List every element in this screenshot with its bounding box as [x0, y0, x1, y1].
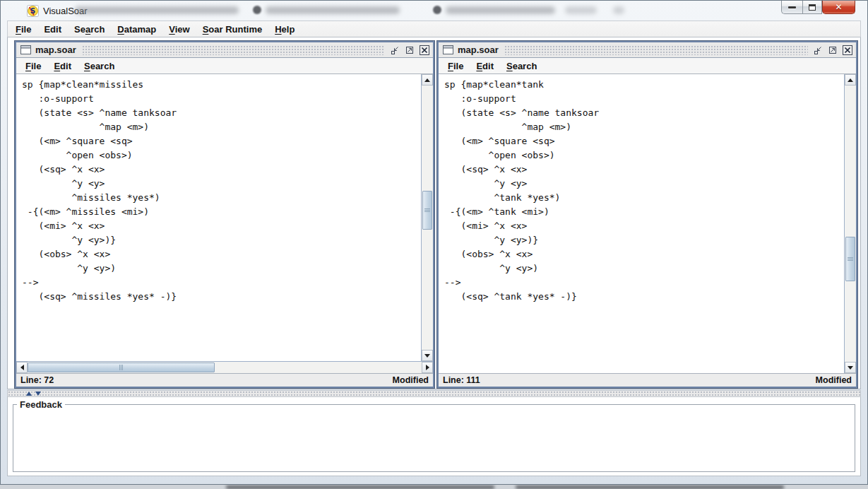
blurred-background-title — [75, 6, 239, 14]
svg-text:S: S — [30, 6, 36, 15]
blurred-taskbar-content — [226, 485, 494, 489]
window-controls: ✕ — [781, 1, 855, 14]
scrollbar-thumb[interactable] — [422, 191, 432, 230]
document-icon — [20, 45, 31, 54]
frame-minimize-button[interactable] — [389, 45, 400, 56]
arrow-down-icon — [848, 366, 853, 370]
frame-titlebar[interactable]: map.soar — [16, 42, 433, 58]
divider-collapse-down-icon[interactable] — [35, 391, 41, 396]
code-editor[interactable]: sp {map*clean*missiles :o-support (state… — [16, 74, 421, 361]
frame-minimize-button[interactable] — [812, 45, 824, 56]
blurred-tab-icon — [433, 6, 441, 14]
document-icon — [443, 45, 453, 54]
close-icon — [842, 45, 853, 56]
feedback-border — [13, 404, 855, 472]
scroll-down-button[interactable] — [422, 350, 433, 361]
frame-menu-search[interactable]: Search — [500, 61, 543, 71]
frame-controls — [812, 45, 853, 56]
arrow-right-icon — [426, 365, 429, 370]
blurred-tab-icon — [253, 6, 261, 14]
menu-soar-runtime[interactable]: Soar Runtime — [196, 24, 269, 35]
line-indicator: Line: 72 — [20, 375, 54, 385]
minimize-icon — [788, 6, 796, 8]
scrollbar-track[interactable] — [845, 86, 856, 362]
feedback-panel: Feedback — [7, 397, 861, 476]
taskbar-sliver — [0, 485, 868, 489]
maximize-button[interactable] — [802, 1, 822, 14]
blurred-background-title — [266, 6, 400, 14]
maximize-icon — [828, 45, 838, 55]
visualsoar-window: S VisualSoar ✕ — [0, 0, 868, 485]
arrow-up-icon — [848, 78, 853, 82]
scroll-up-button[interactable] — [422, 74, 433, 86]
close-icon: ✕ — [835, 3, 842, 11]
frame-controls — [389, 45, 430, 56]
frame-close-button[interactable] — [419, 45, 430, 56]
frame-title: map.soar — [458, 45, 504, 55]
divider-collapse-up-icon[interactable] — [26, 391, 32, 396]
frame-menu-edit[interactable]: Edit — [470, 61, 500, 71]
window-titlebar[interactable]: S VisualSoar ✕ — [7, 1, 861, 20]
modified-badge: Modified — [393, 375, 429, 385]
main-menubar: File Edit Search Datamap View Soar Runti… — [7, 20, 861, 37]
arrow-up-icon — [424, 78, 430, 82]
thumb-grip-icon — [424, 208, 430, 213]
modified-badge: Modified — [816, 375, 852, 385]
screen: S VisualSoar ✕ — [0, 0, 868, 489]
menu-help[interactable]: Help — [268, 24, 301, 35]
frame-close-button[interactable] — [842, 45, 853, 56]
split-divider[interactable] — [7, 390, 861, 397]
iconify-icon — [390, 45, 400, 55]
close-icon — [419, 45, 430, 56]
scrollbar-track[interactable] — [422, 86, 433, 350]
editor-frame-right: map.soar — [437, 41, 857, 388]
menu-file[interactable]: File — [9, 24, 37, 35]
frame-menu-edit[interactable]: Edit — [47, 61, 78, 71]
arrow-left-icon — [20, 365, 24, 370]
code-editor[interactable]: sp {map*clean*tank :o-support (state <s>… — [439, 74, 844, 373]
feedback-title: Feedback — [17, 399, 65, 410]
line-indicator: Line: 111 — [443, 375, 480, 385]
thumb-grip-icon — [119, 365, 124, 370]
close-button[interactable]: ✕ — [822, 1, 855, 14]
visualsoar-app-icon: S — [27, 5, 39, 17]
menu-datamap[interactable]: Datamap — [111, 24, 162, 35]
vertical-scrollbar[interactable] — [421, 74, 433, 361]
frame-maximize-button[interactable] — [404, 45, 415, 56]
vertical-scrollbar[interactable] — [844, 74, 856, 373]
menu-search[interactable]: Search — [68, 24, 111, 35]
frame-statusbar: Line: 111 Modified — [439, 373, 856, 387]
mdi-desktop: map.soar — [7, 37, 861, 389]
blurred-background-title — [565, 6, 597, 14]
frame-menu-file[interactable]: File — [19, 61, 47, 71]
blurred-background-title — [446, 6, 555, 14]
frame-menu-search[interactable]: Search — [78, 61, 121, 71]
minimize-button[interactable] — [781, 1, 802, 14]
frame-menubar: File Edit Search — [16, 58, 433, 74]
frame-statusbar: Line: 72 Modified — [16, 373, 433, 387]
menu-edit[interactable]: Edit — [37, 24, 68, 35]
restore-icon — [809, 4, 816, 11]
thumb-grip-icon — [848, 257, 853, 261]
scrollbar-thumb[interactable] — [845, 237, 855, 281]
scroll-up-button[interactable] — [845, 74, 856, 86]
scrollbar-thumb[interactable] — [28, 363, 215, 372]
scroll-left-button[interactable] — [16, 362, 28, 373]
blurred-background-title — [613, 6, 624, 14]
scroll-right-button[interactable] — [422, 362, 433, 373]
maximize-icon — [405, 45, 415, 55]
arrow-down-icon — [424, 354, 430, 358]
editor-frame-left: map.soar — [15, 41, 434, 388]
titlebar-stipple — [504, 45, 808, 55]
frame-title: map.soar — [35, 45, 82, 55]
scroll-down-button[interactable] — [845, 362, 856, 373]
menu-view[interactable]: View — [162, 24, 196, 35]
frame-menu-file[interactable]: File — [441, 61, 470, 71]
frame-maximize-button[interactable] — [827, 45, 838, 56]
scrollbar-track[interactable] — [28, 362, 422, 373]
titlebar-stipple — [82, 45, 385, 55]
frame-titlebar[interactable]: map.soar — [439, 42, 856, 58]
blurred-taskbar-content — [516, 485, 784, 489]
horizontal-scrollbar[interactable] — [16, 361, 433, 373]
frame-menubar: File Edit Search — [439, 58, 856, 74]
